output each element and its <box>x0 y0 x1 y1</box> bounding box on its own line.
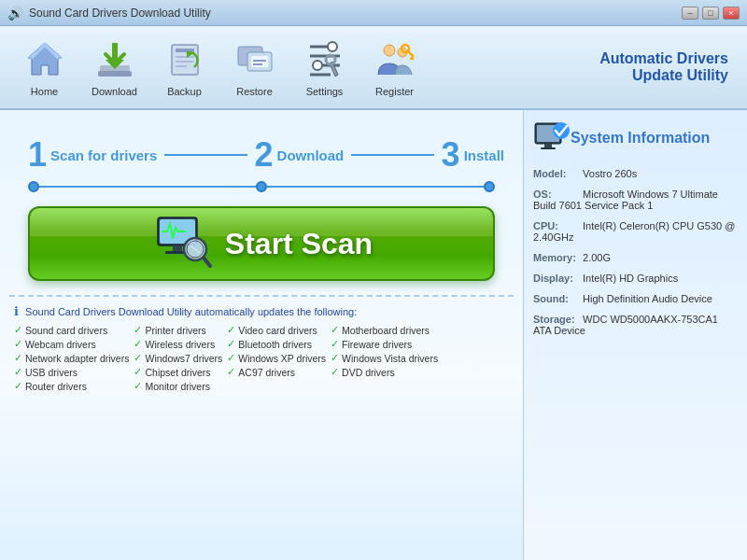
sysinfo-rows: Model: Vostro 260sOS: Microsoft Windows … <box>533 168 738 336</box>
titlebar-app-icon: 🔊 <box>7 6 23 21</box>
scan-text: Start Scan <box>225 227 373 261</box>
check-icon: ✓ <box>14 366 22 378</box>
svg-rect-3 <box>98 71 132 77</box>
restore-icon <box>233 37 277 82</box>
driver-column: ✓Video card drivers✓Bluetooth drivers✓Wi… <box>227 324 326 392</box>
sysinfo-row: Storage: WDC WD5000AAKX-753CA1 ATA Devic… <box>533 314 738 336</box>
list-item: ✓Webcam drivers <box>14 338 129 350</box>
sysinfo-row: CPU: Intel(R) Celeron(R) CPU G530 @ 2.40… <box>533 220 738 243</box>
svg-point-24 <box>384 45 395 56</box>
toolbar-home[interactable]: Home <box>9 37 79 97</box>
info-text: ℹ Sound Card Drivers Download Utility au… <box>9 304 514 318</box>
list-item: ✓DVD drivers <box>331 366 438 378</box>
restore-label: Restore <box>236 86 273 97</box>
toolbar-backup[interactable]: Backup <box>149 37 219 97</box>
home-label: Home <box>31 86 58 97</box>
toolbar-download[interactable]: Download <box>79 37 149 97</box>
check-icon: ✓ <box>227 352 235 364</box>
check-icon: ✓ <box>227 366 235 378</box>
check-icon: ✓ <box>331 352 339 364</box>
check-icon: ✓ <box>331 324 339 336</box>
close-button[interactable]: × <box>723 7 740 20</box>
list-item: ✓Motherboard drivers <box>331 324 438 336</box>
step-line-2 <box>267 186 484 188</box>
list-item: ✓Network adapter drivers <box>14 352 129 364</box>
svg-rect-32 <box>173 245 182 251</box>
svg-marker-0 <box>28 43 62 75</box>
minimize-button[interactable]: – <box>682 7 698 20</box>
list-item: ✓Sound card drivers <box>14 324 129 336</box>
toolbar: Home Download Back <box>0 26 747 110</box>
check-icon: ✓ <box>14 380 22 392</box>
maximize-button[interactable]: □ <box>702 7 719 20</box>
settings-label: Settings <box>306 86 344 97</box>
list-item: ✓Chipset drivers <box>134 366 222 378</box>
check-icon: ✓ <box>134 338 142 350</box>
step-connector-1 <box>164 154 247 156</box>
svg-rect-41 <box>541 147 556 149</box>
check-icon: ✓ <box>134 352 142 364</box>
list-item: ✓Printer drivers <box>134 324 222 336</box>
check-icon: ✓ <box>14 338 22 350</box>
backup-icon <box>162 37 207 82</box>
sysinfo-label: OS: <box>533 189 580 200</box>
check-icon: ✓ <box>227 338 235 350</box>
scan-monitor-icon <box>150 214 216 274</box>
step1-number: 1 <box>28 138 47 172</box>
app-title-line2: Update Utility <box>599 67 728 84</box>
sysinfo-label: Memory: <box>533 252 580 263</box>
sysinfo-row: Model: Vostro 260s <box>533 168 738 179</box>
svg-rect-8 <box>176 56 194 58</box>
step3-number: 3 <box>442 138 460 172</box>
sysinfo-header: System Information <box>533 119 738 157</box>
toolbar-register[interactable]: Register <box>359 37 430 97</box>
check-icon: ✓ <box>14 352 22 364</box>
check-icon: ✓ <box>134 366 142 378</box>
list-item: ✓Wireless drivers <box>134 338 222 350</box>
titlebar: 🔊 Sound Card Drivers Download Utility – … <box>0 0 747 26</box>
register-icon <box>373 37 417 82</box>
sysinfo-icon <box>533 119 571 157</box>
steps-line <box>28 181 495 192</box>
svg-line-36 <box>204 258 210 266</box>
sysinfo-label: CPU: <box>533 220 580 231</box>
list-item: ✓USB drivers <box>14 366 129 378</box>
download-icon <box>92 37 137 82</box>
svg-point-23 <box>326 55 335 64</box>
svg-rect-15 <box>253 60 266 62</box>
driver-column: ✓Sound card drivers✓Webcam drivers✓Netwo… <box>14 324 129 392</box>
start-scan-button[interactable]: Start Scan <box>28 206 495 281</box>
list-item: ✓Monitor drivers <box>134 380 222 392</box>
svg-rect-16 <box>253 63 262 65</box>
driver-list: ✓Sound card drivers✓Webcam drivers✓Netwo… <box>9 324 514 392</box>
list-item: ✓Video card drivers <box>227 324 326 336</box>
toolbar-restore[interactable]: Restore <box>219 37 289 97</box>
info-section: ℹ Sound Card Drivers Download Utility au… <box>9 295 514 392</box>
sysinfo-row: Display: Intel(R) HD Graphics <box>533 273 738 284</box>
check-icon: ✓ <box>331 338 339 350</box>
settings-icon <box>303 37 347 82</box>
register-label: Register <box>375 86 414 97</box>
sysinfo-label: Model: <box>533 168 580 179</box>
list-item: ✓Windows7 drivers <box>134 352 222 364</box>
sysinfo-value: Vostro 260s <box>583 168 637 179</box>
home-icon <box>22 37 67 82</box>
list-item: ✓Fireware drivers <box>331 338 438 350</box>
sysinfo-label: Display: <box>533 273 580 284</box>
step2-number: 2 <box>255 138 274 172</box>
step-connector-2 <box>351 154 433 156</box>
driver-column: ✓Printer drivers✓Wireless drivers✓Window… <box>134 324 222 392</box>
steps-row: 1 Scan for drivers 2 Download 3 Install <box>28 138 504 172</box>
svg-rect-10 <box>176 65 187 67</box>
driver-column: ✓Motherboard drivers✓Fireware drivers✓Wi… <box>331 324 438 392</box>
sysinfo-value: High Definition Audio Device <box>583 293 712 304</box>
sysinfo-value: Intel(R) HD Graphics <box>583 273 678 284</box>
list-item: ✓Router drivers <box>14 380 129 392</box>
toolbar-settings[interactable]: Settings <box>289 37 359 97</box>
svg-rect-40 <box>544 144 552 147</box>
svg-rect-9 <box>176 61 194 63</box>
sysinfo-row: OS: Microsoft Windows 7 Ultimate Build 7… <box>533 189 738 211</box>
check-icon: ✓ <box>227 324 235 336</box>
check-icon: ✓ <box>331 366 339 378</box>
list-item: ✓Windows XP drivers <box>227 352 326 364</box>
